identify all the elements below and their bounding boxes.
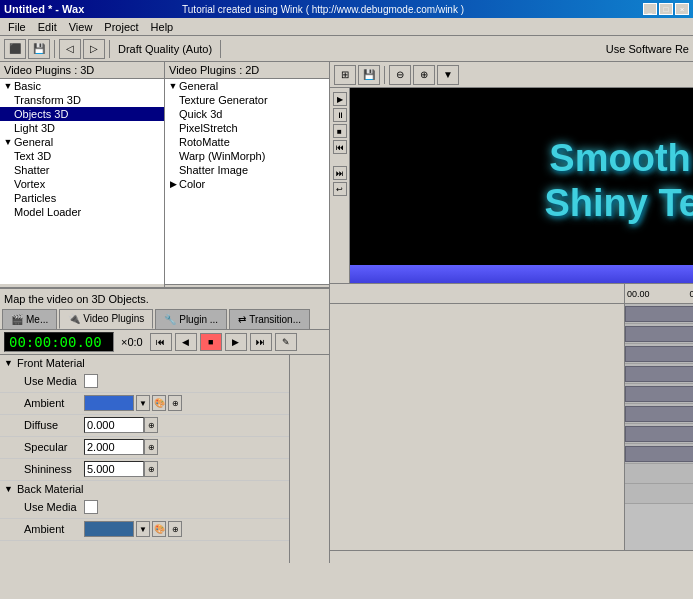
diffuse-input[interactable] xyxy=(84,417,144,433)
tree-item-objects3d[interactable]: Objects 3D xyxy=(0,107,164,121)
menu-edit[interactable]: Edit xyxy=(32,20,63,34)
transport-bar: 00:00:00.00 ×0:0 ⏮ ◀ ■ ▶ ⏭ ✎ xyxy=(0,330,329,355)
tree-item-text3d[interactable]: Text 3D xyxy=(0,149,164,163)
shininess-spinner[interactable]: ⊕ xyxy=(144,461,158,477)
pb-begin-btn[interactable]: ⏮ xyxy=(333,140,347,154)
back-button[interactable]: ◁ xyxy=(59,39,81,59)
maximize-button[interactable]: □ xyxy=(659,3,673,15)
tree-item-rotomatte[interactable]: RotoMatte xyxy=(165,135,329,149)
close-button[interactable]: × xyxy=(675,3,689,15)
menu-view[interactable]: View xyxy=(63,20,99,34)
tab-transition[interactable]: ⇄ Transition... xyxy=(229,309,310,329)
tree-item-modelloader[interactable]: Model Loader xyxy=(0,205,164,219)
pb-stop-btn[interactable]: ■ xyxy=(333,124,347,138)
track-block-2[interactable] xyxy=(625,326,693,342)
tab-bar: 🎬 Me... 🔌 Video Plugins 🔧 Plugin ... ⇄ T… xyxy=(0,309,329,330)
preview-btn-2[interactable]: 💾 xyxy=(358,65,380,85)
window-controls[interactable]: _ □ × xyxy=(643,3,689,15)
preview-panel: ⊞ 💾 ⊖ ⊕ ▼ ▶ ⏸ ■ ⏮ ⏭ ↩ Smooth xyxy=(330,62,693,283)
pb-reverse-btn[interactable]: ↩ xyxy=(333,182,347,196)
play-end-button[interactable]: ⏭ xyxy=(250,333,272,351)
timeline-scrollbar-h[interactable] xyxy=(330,550,693,563)
back-material-header[interactable]: ▼ Back Material xyxy=(0,481,289,497)
minimize-button[interactable]: _ xyxy=(643,3,657,15)
back-ambient-spinner[interactable]: ⊕ xyxy=(168,521,182,537)
track-block-6[interactable] xyxy=(625,406,693,422)
tree-item-quick3d[interactable]: Quick 3d xyxy=(165,107,329,121)
tree-item-warp[interactable]: Warp (WinMorph) xyxy=(165,149,329,163)
track-block-7[interactable] xyxy=(625,426,693,442)
ambient-color-swatch[interactable] xyxy=(84,395,134,411)
shininess-input[interactable] xyxy=(84,461,144,477)
preview-btn-5[interactable]: ▼ xyxy=(437,65,459,85)
tree-item-transform3d[interactable]: Transform 3D xyxy=(0,93,164,107)
play-forward-button[interactable]: ▶ xyxy=(225,333,247,351)
track-block-8[interactable] xyxy=(625,446,693,462)
tree-item-vortex[interactable]: Vortex xyxy=(0,177,164,191)
right-panel: ⊞ 💾 ⊖ ⊕ ▼ ▶ ⏸ ■ ⏮ ⏭ ↩ Smooth xyxy=(330,62,693,563)
diffuse-spinner[interactable]: ⊕ xyxy=(144,417,158,433)
menu-project[interactable]: Project xyxy=(98,20,144,34)
tab-media[interactable]: 🎬 Me... xyxy=(2,309,57,329)
back-ambient-color-swatch[interactable] xyxy=(84,521,134,537)
track-block-4[interactable] xyxy=(625,366,693,382)
preview-btn-4[interactable]: ⊕ xyxy=(413,65,435,85)
play-back-button[interactable]: ◀ xyxy=(175,333,197,351)
track-row-1 xyxy=(625,304,693,324)
tree-item-texture[interactable]: Texture Generator xyxy=(165,93,329,107)
stop-button[interactable]: ■ xyxy=(200,333,222,351)
new-button[interactable]: ⬛ xyxy=(4,39,26,59)
edit-button[interactable]: ✎ xyxy=(275,333,297,351)
tree-item-shatterimage[interactable]: Shatter Image xyxy=(165,163,329,177)
front-material-header[interactable]: ▼ Front Material xyxy=(0,355,289,371)
track-block-3[interactable] xyxy=(625,346,693,362)
tree-item-basic[interactable]: ▼ Basic xyxy=(0,79,164,93)
pb-end-btn[interactable]: ⏭ xyxy=(333,166,347,180)
vp2d-tree[interactable]: ▼ General Texture Generator Quick 3d Pix… xyxy=(165,79,329,284)
pb-pause-btn[interactable]: ⏸ xyxy=(333,108,347,122)
tree-item-pixelstretch[interactable]: PixelStretch xyxy=(165,121,329,135)
preview-btn-1[interactable]: ⊞ xyxy=(334,65,356,85)
tree-item-light3d[interactable]: Light 3D xyxy=(0,121,164,135)
back-use-media-checkbox[interactable] xyxy=(84,500,98,514)
menu-file[interactable]: File xyxy=(2,20,32,34)
tree-item-general[interactable]: ▼ General xyxy=(0,135,164,149)
track-block-5[interactable] xyxy=(625,386,693,402)
back-ambient-picker-btn[interactable]: 🎨 xyxy=(152,521,166,537)
forward-button[interactable]: ▷ xyxy=(83,39,105,59)
tab-video-plugins[interactable]: 🔌 Video Plugins xyxy=(59,309,153,329)
play-begin-button[interactable]: ⏮ xyxy=(150,333,172,351)
back-material-label: Back Material xyxy=(17,483,84,495)
vt2d-header: Video Transitions: 2D xyxy=(165,285,329,287)
front-material-arrow: ▼ xyxy=(4,358,13,368)
media-icon: 🎬 xyxy=(11,314,23,325)
ambient-label: Ambient xyxy=(4,397,84,409)
status-bar: Map the video on 3D Objects. xyxy=(0,288,329,308)
save-button[interactable]: 💾 xyxy=(28,39,50,59)
ambient-picker-btn[interactable]: 🎨 xyxy=(152,395,166,411)
tab-plugin2[interactable]: 🔧 Plugin ... xyxy=(155,309,227,329)
vp3d-tree[interactable]: ▼ Basic Transform 3D Objects 3D Light 3D… xyxy=(0,79,164,284)
back-ambient-row: Ambient ▼ 🎨 ⊕ xyxy=(0,519,289,541)
ambient-combo-arrow[interactable]: ▼ xyxy=(136,395,150,411)
track-row-8 xyxy=(625,444,693,464)
use-media-checkbox[interactable] xyxy=(84,374,98,388)
specular-spinner[interactable]: ⊕ xyxy=(144,439,158,455)
separator-2 xyxy=(109,40,110,58)
ambient-spinner[interactable]: ⊕ xyxy=(168,395,182,411)
menu-help[interactable]: Help xyxy=(145,20,180,34)
back-material-arrow: ▼ xyxy=(4,484,13,494)
expand-icon-3: ▼ xyxy=(167,80,179,92)
tree-item-shatter[interactable]: Shatter xyxy=(0,163,164,177)
tree-item-color[interactable]: ▶ Color xyxy=(165,177,329,191)
timeline-left-spacer xyxy=(330,284,625,550)
tree-item-general-2d[interactable]: ▼ General xyxy=(165,79,329,93)
pb-play-btn[interactable]: ▶ xyxy=(333,92,347,106)
specular-input[interactable] xyxy=(84,439,144,455)
track-block-1[interactable] xyxy=(625,306,693,322)
ambient-row: Ambient ▼ 🎨 ⊕ xyxy=(0,393,289,415)
speed-display: ×0:0 xyxy=(121,336,143,348)
back-ambient-combo-arrow[interactable]: ▼ xyxy=(136,521,150,537)
preview-btn-3[interactable]: ⊖ xyxy=(389,65,411,85)
tree-item-particles[interactable]: Particles xyxy=(0,191,164,205)
